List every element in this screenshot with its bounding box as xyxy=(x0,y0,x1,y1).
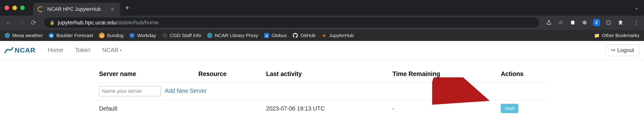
bookmark-label: Globus xyxy=(272,33,287,38)
bookmark-label: JupyterHub xyxy=(329,33,354,38)
browser-menu-icon[interactable]: ⋮ xyxy=(634,19,640,26)
dropdown-label: NCAR xyxy=(102,47,118,53)
sundog-icon: 🐕 xyxy=(99,33,104,38)
nav-token-link[interactable]: Token xyxy=(69,47,96,53)
browser-tab-strip: NCAR HPC JupyterHub × + ⌄ xyxy=(0,0,644,16)
add-new-server-link[interactable]: Add New Server xyxy=(165,88,206,94)
zoom-extension-icon[interactable]: Z xyxy=(593,19,600,26)
noaa-icon: ◉ xyxy=(48,33,54,38)
tab-title: NCAR HPC JupyterHub xyxy=(47,6,107,12)
bookmark-boulder-forecast[interactable]: ◉ Boulder Forecast xyxy=(48,33,93,38)
header-resource: Resource xyxy=(196,66,263,82)
cell-server-name: Default xyxy=(96,100,196,117)
bookmark-label: Mesa weather xyxy=(12,33,43,38)
logout-label: Logout xyxy=(618,47,634,53)
url-path: /stable/hub/home xyxy=(116,19,159,26)
bookmark-workday[interactable]: Workday xyxy=(129,33,156,38)
bookmark-label: Sundog xyxy=(107,33,123,38)
window-close-button[interactable] xyxy=(4,6,9,10)
cell-time-remaining: - xyxy=(390,100,498,117)
ncar-swoosh-icon xyxy=(4,46,13,54)
bookmark-star-icon[interactable]: ☆ xyxy=(557,19,564,26)
cgd-icon: ◯ xyxy=(162,33,168,38)
nav-ncar-dropdown[interactable]: NCAR ▾ xyxy=(96,47,128,53)
bookmark-cgd-staff[interactable]: ◯ CGD Staff Info xyxy=(162,33,201,38)
bookmark-label: CGD Staff Info xyxy=(170,33,201,38)
bookmark-ncar-library[interactable]: 🌐 NCAR Library Proxy xyxy=(207,33,258,38)
bookmark-jupyterhub[interactable]: ◉ JupyterHub xyxy=(322,33,354,38)
new-server-row: Add New Server xyxy=(96,82,548,100)
bookmark-label: NCAR Library Proxy xyxy=(215,33,258,38)
caret-down-icon: ▾ xyxy=(120,48,122,52)
nav-reload-button[interactable]: ⟳ xyxy=(29,19,38,27)
extension-page-icon[interactable] xyxy=(569,19,576,26)
folder-icon: 📁 xyxy=(594,33,600,38)
nav-forward-button[interactable]: → xyxy=(17,19,25,26)
tabs-dropdown-icon[interactable]: ⌄ xyxy=(634,5,638,11)
logout-button[interactable]: ↪ Logout xyxy=(606,44,640,56)
other-bookmarks-label: Other Bookmarks xyxy=(602,33,640,38)
logo-text: NCAR xyxy=(15,46,36,54)
svg-rect-0 xyxy=(571,21,574,25)
header-actions: Actions xyxy=(498,66,548,82)
extension-cube-icon[interactable] xyxy=(581,19,588,26)
bookmarks-bar: 🌐 Mesa weather ◉ Boulder Forecast 🐕 Sund… xyxy=(0,29,644,41)
main-content: Server name Resource Last activity Time … xyxy=(0,59,644,126)
header-last-activity: Last activity xyxy=(264,66,390,82)
bookmark-label: GitHub xyxy=(300,33,315,38)
nav-back-button[interactable]: ← xyxy=(4,19,13,26)
jupyterhub-navbar: NCAR Home Token NCAR ▾ ↪ Logout xyxy=(0,41,644,59)
header-server-name: Server name xyxy=(96,66,196,82)
server-name-input[interactable] xyxy=(99,86,161,96)
header-time-remaining: Time Remaining xyxy=(390,66,498,82)
table-row: Default 2023-07-06 19:13 UTC - start xyxy=(96,100,548,117)
start-button[interactable]: start xyxy=(501,104,518,113)
extension-square-icon[interactable] xyxy=(605,19,612,26)
cell-last-activity: 2023-07-06 19:13 UTC xyxy=(264,100,390,117)
browser-tab-active[interactable]: NCAR HPC JupyterHub × xyxy=(33,3,120,16)
bookmark-label: Workday xyxy=(137,33,156,38)
extensions-puzzle-icon[interactable] xyxy=(617,19,624,26)
server-table: Server name Resource Last activity Time … xyxy=(96,66,548,117)
workday-icon xyxy=(129,33,135,38)
share-icon[interactable] xyxy=(546,19,552,26)
url-domain: jupyterhub.hpc.ucar.edu xyxy=(58,19,116,26)
bookmark-mesa-weather[interactable]: 🌐 Mesa weather xyxy=(4,33,43,38)
nav-home-link[interactable]: Home xyxy=(42,47,69,53)
window-minimize-button[interactable] xyxy=(12,6,17,10)
window-controls xyxy=(4,6,25,10)
window-maximize-button[interactable] xyxy=(20,6,25,10)
github-icon xyxy=(292,33,298,38)
bookmark-globus[interactable]: g Globus xyxy=(264,33,287,38)
globus-icon: g xyxy=(264,33,269,38)
bookmark-label: Boulder Forecast xyxy=(56,33,93,38)
ncar-logo[interactable]: NCAR xyxy=(4,46,36,54)
url-input[interactable]: 🔒 jupyterhub.hpc.ucar.edu/stable/hub/hom… xyxy=(44,18,539,28)
globe-icon: 🌐 xyxy=(4,33,10,38)
cell-resource xyxy=(196,100,263,117)
bookmark-github[interactable]: GitHub xyxy=(292,33,315,38)
tab-favicon-icon xyxy=(38,6,44,12)
svg-point-2 xyxy=(130,33,134,38)
lock-icon: 🔒 xyxy=(50,20,54,25)
globe-icon: 🌐 xyxy=(207,33,212,38)
svg-rect-1 xyxy=(607,21,610,24)
other-bookmarks-button[interactable]: 📁 Other Bookmarks xyxy=(594,33,640,38)
browser-address-bar: ← → ⟳ 🔒 jupyterhub.hpc.ucar.edu/stable/h… xyxy=(0,16,644,29)
bookmark-sundog[interactable]: 🐕 Sundog xyxy=(99,33,123,38)
tab-close-icon[interactable]: × xyxy=(111,6,114,13)
jupyter-icon: ◉ xyxy=(322,33,327,38)
new-tab-button[interactable]: + xyxy=(125,4,129,12)
cell-actions: start xyxy=(498,100,548,117)
logout-icon: ↪ xyxy=(611,47,615,53)
